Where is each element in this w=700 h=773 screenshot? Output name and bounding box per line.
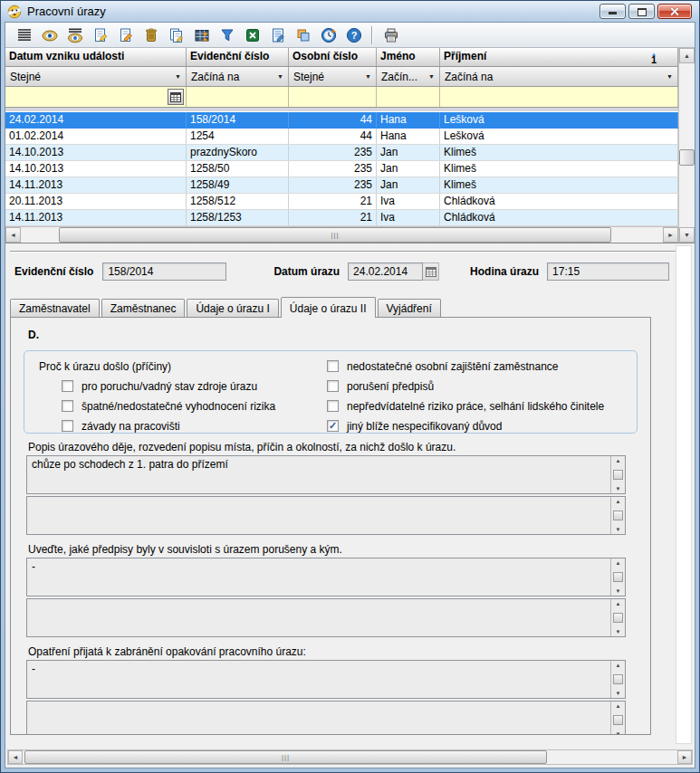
injury-time-field[interactable]: 17:15 [547,262,669,281]
close-button[interactable] [657,4,692,19]
scroll-up-icon[interactable]: ▲ [616,703,621,709]
cause-checkbox-row[interactable]: nedostatečné osobní zajištění zaměstnanc… [327,360,637,373]
calendar-button[interactable] [423,262,439,281]
scroll-down-icon[interactable]: ▼ [616,527,621,532]
filter-operator-select[interactable]: Začíná na▼ [187,67,289,86]
calendar-button[interactable] [168,89,184,105]
textarea[interactable]: ▲▼ [26,598,626,637]
scroll-thumb[interactable]: ||| [24,750,547,764]
textarea-scrollbar[interactable]: ▲▼ [610,558,625,596]
tab--daje-o-razu-ii[interactable]: Údaje o úrazu II [281,297,376,318]
scroll-thumb[interactable] [679,149,695,166]
view-columns-button[interactable] [64,24,85,45]
checkbox-unchecked[interactable] [327,380,339,392]
edit-record-button[interactable] [115,24,136,45]
filter-operator-select[interactable]: Začíná na▼ [440,67,678,86]
evidence-number-field[interactable]: 158/2014 [102,262,226,281]
checkbox-unchecked[interactable] [327,360,339,372]
grid-vertical-scrollbar[interactable]: ▲ ▼ [678,48,695,243]
scroll-down-icon[interactable]: ▼ [616,588,621,594]
scroll-up-icon[interactable]: ▲ [616,458,621,463]
table-row[interactable]: 20.11.20131258/51221IvaChládková [5,194,678,210]
export-excel-button[interactable] [242,24,263,45]
scroll-down-icon[interactable]: ▼ [616,691,621,696]
history-button[interactable] [318,24,339,45]
scroll-thumb[interactable] [613,613,623,623]
list-button[interactable] [14,24,34,45]
scroll-thumb[interactable] [613,511,623,520]
table-row[interactable]: 24.02.2014158/201444HanaLešková [5,112,678,129]
tab-vyj-d-en-[interactable]: Vyjádření [378,299,441,317]
scroll-up-icon[interactable]: ▲ [616,560,621,566]
help-button[interactable]: ? [343,24,364,45]
new-record-button[interactable] [90,24,110,45]
edit-form-button[interactable] [267,24,288,45]
filter-button[interactable] [216,24,237,45]
scroll-right-icon[interactable]: ► [663,227,678,243]
textarea[interactable]: ▲▼ [26,701,626,735]
scroll-thumb[interactable] [613,572,623,582]
cause-checkbox-row[interactable]: špatné/nedostatečné vyhodnocení rizika [39,400,327,413]
scroll-up-icon[interactable]: ▲ [679,48,695,63]
scroll-down-icon[interactable]: ▼ [616,731,621,735]
filter-input[interactable] [289,87,377,107]
detail-vertical-scroll-track[interactable] [676,245,692,744]
textarea[interactable]: -▲▼ [26,558,626,596]
table-row[interactable]: 01.02.2014125444HanaLešková [5,129,678,145]
tab-zam-stnavatel[interactable]: Zaměstnavatel [10,299,100,317]
grid-settings-button[interactable] [191,24,212,45]
cause-checkbox-row[interactable]: jiný blíže nespecifikovaný důvod [327,420,637,433]
scroll-down-icon[interactable]: ▼ [616,486,621,491]
scroll-left-icon[interactable]: ◄ [8,750,23,764]
cause-checkbox-row[interactable]: závady na pracovišti [39,420,327,433]
scroll-track[interactable]: ||| [23,750,677,764]
table-row[interactable]: 14.10.20131258/50235JanKlimeš [5,161,678,177]
print-button[interactable] [380,24,401,45]
sort-indicator[interactable]: ▲1 [651,48,657,66]
delete-record-button[interactable] [140,24,161,45]
textarea[interactable]: -▲▼ [26,660,626,699]
scroll-down-icon[interactable]: ▼ [679,227,695,243]
cause-checkbox-row[interactable]: porušení předpisů [327,380,637,393]
scroll-track[interactable] [679,63,695,227]
scroll-right-icon[interactable]: ► [677,750,692,764]
table-row[interactable]: 14.10.2013prazdnySkoro235JanKlimeš [5,145,678,161]
copy-record-button[interactable] [166,24,187,45]
scroll-left-icon[interactable]: ◄ [5,227,21,243]
textarea-scrollbar[interactable]: ▲▼ [610,661,625,698]
injury-date-field[interactable]: 24.02.2014 [348,262,423,281]
print-setup-button[interactable] [292,24,313,45]
textarea-scrollbar[interactable]: ▲▼ [610,701,625,735]
filter-operator-select[interactable]: Stejné▼ [5,67,187,86]
scroll-down-icon[interactable]: ▼ [616,629,621,635]
view-record-button[interactable] [39,24,60,45]
checkbox-unchecked[interactable] [62,420,73,432]
cause-checkbox-row[interactable]: pro poruchu/vadný stav zdroje úrazu [39,380,327,393]
checkbox-unchecked[interactable] [327,400,339,412]
minimize-button[interactable] [599,4,626,19]
filter-input[interactable] [440,87,678,107]
textarea-scrollbar[interactable]: ▲▼ [610,456,625,493]
scroll-up-icon[interactable]: ▲ [616,601,621,606]
tab--daje-o-razu-i[interactable]: Údaje o úrazu I [187,299,278,317]
scroll-thumb[interactable] [613,470,623,480]
grid-horizontal-scrollbar[interactable]: ◄ ||| ► [5,226,678,243]
tab-zam-stnanec[interactable]: Zaměstnanec [101,299,186,317]
scroll-thumb[interactable] [613,715,623,725]
textarea-scrollbar[interactable]: ▲▼ [610,599,625,636]
checkbox-unchecked[interactable] [62,380,73,392]
textarea-scrollbar[interactable]: ▲▼ [610,497,625,534]
scroll-up-icon[interactable]: ▲ [616,663,621,668]
filter-operator-select[interactable]: Stejné▼ [289,67,377,86]
table-row[interactable]: 14.11.20131258/125321IvaChládková [5,210,678,226]
maximize-button[interactable] [628,4,655,19]
filter-input[interactable] [5,87,187,107]
textarea[interactable]: chůze po schodech z 1. patra do přízemí▲… [26,455,626,494]
checkbox-checked[interactable] [327,420,339,432]
scroll-thumb[interactable]: ||| [59,227,611,243]
filter-input[interactable] [377,87,440,107]
scroll-track[interactable]: ||| [21,227,663,243]
scroll-thumb[interactable] [613,674,623,684]
filter-input[interactable] [187,87,289,107]
filter-operator-select[interactable]: Začín...▼ [377,67,440,86]
